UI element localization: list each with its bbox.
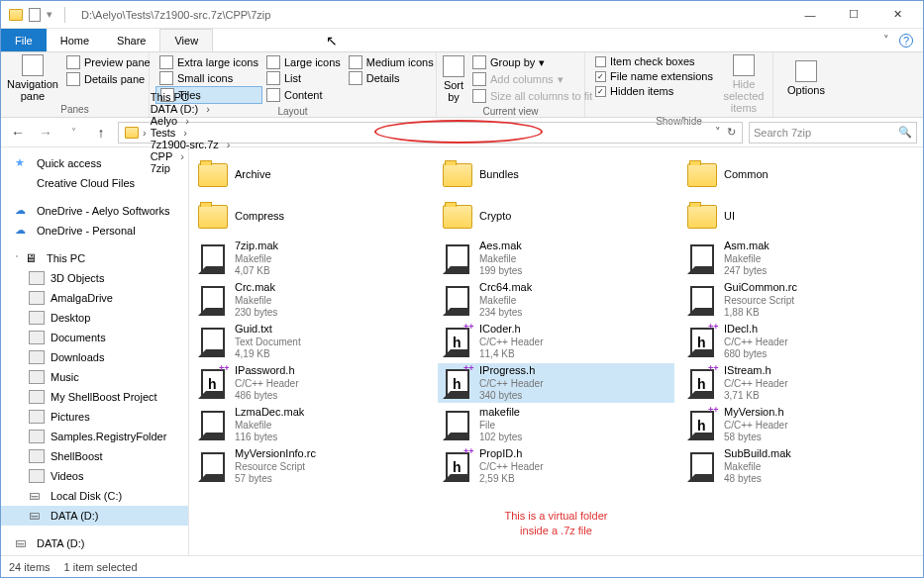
navbar: ← → ˅ ↑ › This PCDATA (D:)AelyoTests7z19… [1,118,923,147]
recent-dropdown[interactable]: ˅ [62,127,84,138]
help-icon[interactable]: ? [899,34,913,48]
breadcrumb[interactable]: DATA (D:) [147,103,235,115]
sidebar-item[interactable]: Videos [1,466,188,486]
sidebar-item[interactable]: Downloads [1,347,188,367]
file-tile[interactable]: Compress [193,197,430,237]
sidebar-item[interactable]: Music [1,367,188,387]
sidebar-item[interactable]: OneDrive - Aelyo Softworks [1,201,188,221]
view-list[interactable]: List [262,70,345,86]
tab-home[interactable]: Home [47,29,103,51]
chk-item-checkboxes[interactable]: Item check boxes [591,54,717,68]
address-bar[interactable]: › This PCDATA (D:)AelyoTests7z1900-src.7… [118,122,743,144]
hide-selected-button[interactable]: Hide selected items [721,54,767,114]
file-tile[interactable]: Asm.makMakefile247 bytes [682,239,919,278]
options-button[interactable]: Options [779,54,833,102]
file-tile[interactable]: Crc.makMakefile230 bytes [193,280,430,320]
sidebar-item[interactable]: OneDrive - Personal [1,221,188,241]
file-icon [686,450,718,482]
file-tile[interactable]: Bundles [438,155,674,195]
close-button[interactable]: ✕ [875,1,919,29]
pc-icon [25,251,41,265]
file-tile[interactable]: GuiCommon.rcResource Script1,88 KB [682,280,919,320]
add-columns-button[interactable]: Add columns▾ [468,71,596,87]
cc-icon [15,176,31,190]
breadcrumb[interactable]: Aelyo [147,115,235,127]
view-details[interactable]: Details [345,70,438,86]
file-tile[interactable]: Archive [193,155,430,195]
file-icon [197,409,229,440]
file-tile[interactable]: Crypto [438,197,674,237]
sidebar-item[interactable]: Samples.RegistryFolder [1,427,188,446]
file-tile[interactable]: Common [682,155,919,195]
status-selected: 1 item selected [64,561,138,573]
sidebar-item[interactable]: Documents [1,328,188,347]
maximize-button[interactable]: ☐ [832,1,875,29]
sidebar-item[interactable]: DATA (D:) [1,506,188,526]
file-icon: ++ [442,450,473,482]
forward-button[interactable]: → [35,125,56,141]
window-title: D:\Aelyo\Tests\7z1900-src.7z\CPP\7zip [81,9,270,21]
file-tile[interactable]: UI [682,197,919,237]
address-dropdown-icon[interactable]: ˅ [715,126,721,139]
minimize-button[interactable]: — [788,1,832,29]
file-icon: ++ [442,326,473,357]
sidebar-item[interactable]: Local Disk (C:) [1,486,188,506]
file-tile[interactable]: 7zip.makMakefile4,07 KB [193,239,430,278]
file-tile[interactable]: ++PropID.hC/C++ Header2,59 KB [438,446,674,486]
sort-by-button[interactable]: Sort by [443,54,464,104]
file-icon: ++ [686,409,718,440]
file-tile[interactable]: Guid.txtText Document4,19 KB [193,322,430,361]
view-md-icons[interactable]: Medium icons [345,54,438,70]
file-tile[interactable]: SubBuild.makMakefile48 bytes [682,446,919,486]
file-tile[interactable]: ++IStream.hC/C++ Header3,71 KB [682,363,919,403]
current-view-label: Current view [443,104,578,119]
sidebar-item[interactable]: DATA (D:) [1,533,188,553]
up-button[interactable]: ↑ [90,125,112,141]
chk-filename-ext[interactable]: ✓File name extensions [591,69,717,83]
group-by-button[interactable]: Group by▾ [468,54,596,70]
file-tile[interactable]: ++IPassword.hC/C++ Header486 bytes [193,363,430,403]
file-tile[interactable]: ++IProgress.hC/C++ Header340 bytes [438,363,674,403]
sidebar-item[interactable]: Creative Cloud Files [1,173,188,193]
breadcrumb[interactable]: This PC [147,91,235,103]
qa-dropdown-icon[interactable]: ▾ [47,8,52,21]
details-pane-button[interactable]: Details pane [62,71,154,87]
size-columns-button[interactable]: Size all columns to fit [468,88,596,104]
search-input[interactable]: Search 7zip 🔍 [749,122,917,144]
ribbon-collapse-icon[interactable]: ˅ [883,34,889,47]
file-tile[interactable]: Aes.makMakefile199 bytes [438,239,674,278]
file-tile[interactable]: LzmaDec.makMakefile116 bytes [193,405,430,444]
view-content[interactable]: Content [262,86,345,104]
file-icon [197,242,229,274]
ribbon: Navigation pane Preview pane Details pan… [1,52,923,118]
tab-share[interactable]: Share [103,29,159,51]
sidebar-item[interactable]: My ShellBoost Project [1,387,188,407]
sidebar-item[interactable]: Desktop [1,308,188,328]
refresh-icon[interactable]: ↻ [727,126,736,139]
sidebar-item[interactable]: 3D Objects [1,268,188,288]
breadcrumb[interactable]: Tests [147,127,235,139]
cloud-icon [15,204,31,218]
view-sm-icons[interactable]: Small icons [155,70,262,86]
sidebar-item[interactable]: ShellBoost [1,446,188,466]
back-button[interactable]: ← [7,125,29,141]
file-tile[interactable]: ++IDecl.hC/C++ Header680 bytes [682,322,919,361]
file-tile[interactable]: ++ICoder.hC/C++ Header11,4 KB [438,322,674,361]
view-xl-icons[interactable]: Extra large icons [155,54,262,70]
file-tile[interactable]: Crc64.makMakefile234 bytes [438,280,674,320]
view-lg-icons[interactable]: Large icons [262,54,345,70]
generic-icon [29,271,45,285]
navigation-pane-button[interactable]: Navigation pane [7,54,58,102]
sidebar-item[interactable]: ˅This PC [1,248,188,268]
sidebar-item[interactable]: AmalgaDrive [1,288,188,308]
file-tile[interactable]: ++MyVersion.hC/C++ Header58 bytes [682,405,919,444]
sidebar-item[interactable]: Pictures [1,407,188,427]
preview-pane-button[interactable]: Preview pane [62,54,154,70]
tab-view[interactable]: View [159,29,213,51]
file-tile[interactable]: makefileFile102 bytes [438,405,674,444]
disk-icon [29,489,45,503]
file-tile[interactable]: MyVersionInfo.rcResource Script57 bytes [193,446,430,486]
tab-file[interactable]: File [1,29,47,51]
disk-icon [15,536,31,550]
chk-hidden-items[interactable]: ✓Hidden items [591,84,717,98]
